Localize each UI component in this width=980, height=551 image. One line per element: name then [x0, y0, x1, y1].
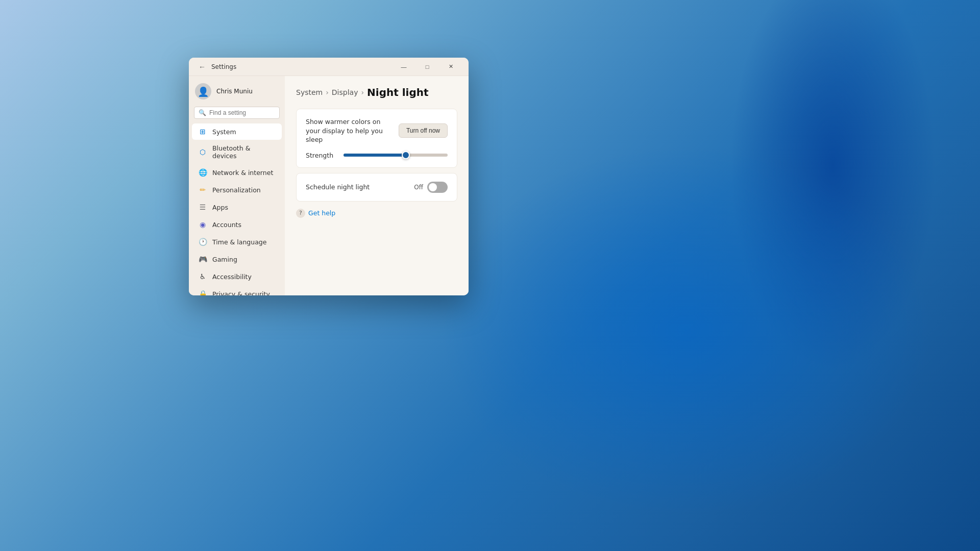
breadcrumb-sep2: › [361, 88, 364, 96]
back-button[interactable]: ← [195, 60, 209, 74]
window-title: Settings [209, 63, 392, 70]
minimize-button[interactable]: — [392, 58, 415, 76]
maximize-button[interactable]: □ [415, 58, 439, 76]
strength-slider-container[interactable] [344, 154, 448, 157]
time-icon: 🕐 [198, 237, 207, 246]
schedule-night-light-card: Schedule night light Off [296, 173, 457, 202]
sidebar-item-label: System [212, 128, 236, 136]
breadcrumb-display[interactable]: Display [332, 88, 358, 96]
sidebar-item-system[interactable]: ⊞ System [192, 123, 282, 140]
settings-window: ← Settings — □ ✕ 👤 Chris Muniu 🔍 ⊞ Syste… [189, 58, 469, 295]
turn-off-button[interactable]: Turn off now [399, 123, 448, 138]
warm-colors-card: Show warmer colors on your display to he… [296, 109, 457, 168]
sidebar-item-label: Privacy & security [212, 290, 270, 296]
sidebar-item-bluetooth[interactable]: ⬡ Bluetooth & devices [192, 141, 282, 163]
toggle-thumb [429, 183, 437, 191]
bluetooth-icon: ⬡ [198, 147, 207, 157]
user-name: Chris Muniu [216, 88, 253, 95]
toggle-off-label: Off [414, 184, 423, 191]
sidebar-item-label: Gaming [212, 256, 237, 263]
warm-colors-row: Show warmer colors on your display to he… [306, 117, 448, 144]
network-icon: 🌐 [198, 168, 207, 177]
user-section: 👤 Chris Muniu [189, 76, 285, 105]
close-button[interactable]: ✕ [439, 58, 462, 76]
sidebar-item-label: Network & internet [212, 169, 273, 177]
schedule-row: Schedule night light Off [306, 182, 448, 193]
page-title: Night light [367, 86, 429, 98]
sidebar-item-apps[interactable]: ☰ Apps [192, 199, 282, 215]
accessibility-icon: ♿ [198, 272, 207, 281]
get-help-icon: ? [296, 209, 305, 218]
avatar-icon: 👤 [198, 86, 209, 97]
window-body: 👤 Chris Muniu 🔍 ⊞ System ⬡ Bluetooth & d… [189, 76, 469, 295]
sidebar-item-label: Personalization [212, 186, 261, 194]
toggle-group: Off [414, 182, 448, 193]
main-content: System › Display › Night light Show warm… [285, 76, 469, 295]
sidebar-item-time[interactable]: 🕐 Time & language [192, 234, 282, 250]
search-icon: 🔍 [199, 109, 206, 116]
breadcrumb: System › Display › Night light [296, 86, 457, 98]
apps-icon: ☰ [198, 203, 207, 212]
sidebar-item-privacy[interactable]: 🔒 Privacy & security [192, 286, 282, 295]
sidebar: 👤 Chris Muniu 🔍 ⊞ System ⬡ Bluetooth & d… [189, 76, 285, 295]
sidebar-item-gaming[interactable]: 🎮 Gaming [192, 251, 282, 267]
search-input[interactable] [209, 109, 275, 116]
title-bar: ← Settings — □ ✕ [189, 58, 469, 76]
avatar: 👤 [195, 83, 211, 99]
privacy-icon: 🔒 [198, 289, 207, 295]
strength-row: Strength [306, 144, 448, 159]
sidebar-item-accounts[interactable]: ◉ Accounts [192, 216, 282, 233]
get-help-row[interactable]: ? Get help [296, 209, 457, 218]
sidebar-item-label: Accounts [212, 221, 241, 229]
accounts-icon: ◉ [198, 220, 207, 229]
search-box[interactable]: 🔍 [194, 107, 280, 119]
schedule-label: Schedule night light [306, 183, 370, 191]
personalization-icon: ✏ [198, 185, 207, 194]
sidebar-item-personalization[interactable]: ✏ Personalization [192, 182, 282, 198]
sidebar-item-label: Bluetooth & devices [212, 144, 276, 160]
strength-label: Strength [306, 152, 336, 159]
sidebar-item-label: Accessibility [212, 273, 252, 281]
warm-colors-description: Show warmer colors on your display to he… [306, 117, 393, 144]
schedule-toggle[interactable] [427, 182, 448, 193]
get-help-link[interactable]: Get help [308, 209, 335, 217]
sidebar-item-label: Apps [212, 204, 228, 211]
system-icon: ⊞ [198, 127, 207, 136]
window-controls: — □ ✕ [392, 58, 462, 76]
sidebar-item-label: Time & language [212, 238, 266, 246]
sidebar-item-network[interactable]: 🌐 Network & internet [192, 164, 282, 181]
breadcrumb-system[interactable]: System [296, 88, 323, 96]
gaming-icon: 🎮 [198, 255, 207, 264]
sidebar-item-accessibility[interactable]: ♿ Accessibility [192, 268, 282, 285]
breadcrumb-sep1: › [326, 88, 329, 96]
